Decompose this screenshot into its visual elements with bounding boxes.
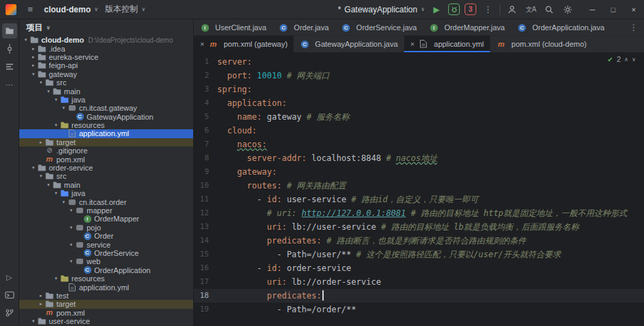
app-icon[interactable] — [5, 4, 16, 15]
editor-tab-gatewayapplication.java[interactable]: CGatewayApplication.java — [293, 36, 403, 52]
tree-item-main[interactable]: ▾main — [19, 181, 193, 189]
editor-tab-userclient.java[interactable]: IUserClient.java — [194, 19, 273, 36]
editor-tab-ordermapper.java[interactable]: IOrderMapper.java — [423, 19, 511, 36]
tree-item-orderapplication[interactable]: COrderApplication — [19, 266, 193, 274]
tree-item-.gitignore[interactable]: ⊘.gitignore — [19, 146, 193, 155]
code-line-4[interactable]: 4 application: — [194, 96, 644, 110]
tree-item-service[interactable]: ▾service — [19, 240, 193, 248]
code-line-3[interactable]: 3spring: — [194, 83, 644, 96]
tree-item-user-service[interactable]: ▾user-service — [19, 317, 193, 325]
expand-toggle-icon[interactable]: ▾ — [52, 97, 60, 102]
inspections-widget[interactable]: ✔ 2 ∧ ∨ — [608, 55, 636, 63]
code-line-8[interactable]: 8 server-addr: localhost:8848 # nacos地址 — [194, 151, 644, 165]
expand-toggle-icon[interactable]: ▸ — [37, 293, 45, 298]
tree-item-web[interactable]: ▾web — [19, 257, 193, 265]
tree-item-application.yml[interactable]: application.yml — [19, 283, 193, 291]
tree-item-cn.itcast.gateway[interactable]: ▾cn.itcast.gateway — [19, 104, 193, 112]
translate-icon[interactable]: 文A — [524, 3, 537, 17]
expand-toggle-icon[interactable]: ▾ — [60, 199, 67, 205]
code-line-18[interactable]: 18 predicates: — [194, 289, 644, 303]
tree-item-cn.itcast.order[interactable]: ▾cn.itcast.order — [19, 197, 193, 206]
run-config-selector[interactable]: * GatewayApplication ∨ — [337, 5, 425, 14]
expand-toggle-icon[interactable]: ▸ — [37, 140, 45, 145]
code-line-5[interactable]: 5 name: gateway # 服务名称 — [194, 110, 644, 124]
tree-item-gatewayapplication[interactable]: CGatewayApplication — [19, 113, 193, 121]
tree-item-target[interactable]: ▸target — [19, 138, 193, 146]
next-problem-icon[interactable]: ∨ — [632, 56, 636, 63]
code-line-13[interactable]: 13 uri: lb://user-service # 路由的目标地址 lb就是… — [194, 220, 644, 234]
editor-tab-pom.xml-cloud-demo-[interactable]: mpom.xml (cloud-demo) — [490, 36, 592, 52]
tree-item-pojo[interactable]: ▾pojo — [19, 224, 193, 232]
tree-item-cloud-demo[interactable]: ▾cloud-demoD:\IdeaProjects\cloud-demo — [19, 36, 193, 44]
code-editor[interactable]: ✔ 2 ∧ ∨ 1server:2 port: 10010 # 网关端口3spr… — [194, 52, 644, 326]
project-widget[interactable]: cloud-demo ∨ — [44, 5, 98, 14]
stop-button[interactable]: 3 — [465, 3, 476, 15]
expand-toggle-icon[interactable]: ▸ — [37, 301, 45, 307]
git-tool-icon[interactable] — [2, 305, 17, 320]
close-button[interactable]: × — [623, 0, 644, 19]
run-tool-icon[interactable]: ▷ — [2, 270, 17, 285]
expand-toggle-icon[interactable]: ▾ — [67, 259, 75, 264]
tree-item-eureka-service[interactable]: ▸eureka-service — [19, 53, 193, 61]
code-line-6[interactable]: 6 cloud: — [194, 124, 644, 138]
editor-tab-application.yml[interactable]: ×application.yml — [404, 36, 490, 52]
project-tool-window-header[interactable]: 项目 ∨ — [19, 19, 193, 36]
editor-tab-order.java[interactable]: COrder.java — [273, 19, 335, 36]
tree-item-test[interactable]: ▸test — [19, 292, 193, 300]
expand-toggle-icon[interactable]: ▾ — [30, 318, 37, 324]
expand-toggle-icon[interactable]: ▾ — [52, 191, 60, 196]
expand-toggle-icon[interactable]: ▾ — [30, 165, 37, 171]
structure-tool-icon[interactable] — [2, 59, 17, 74]
expand-toggle-icon[interactable]: ▾ — [45, 182, 52, 188]
more-actions-icon[interactable]: ⋮ — [481, 3, 495, 17]
debug-button[interactable] — [448, 3, 460, 15]
tree-item-java[interactable]: ▾java — [19, 96, 193, 104]
code-line-17[interactable]: 17 uri: lb://order-service — [194, 275, 644, 289]
expand-toggle-icon[interactable]: ▸ — [30, 54, 37, 60]
tree-item-java[interactable]: ▾java — [19, 189, 193, 197]
tree-item-pom.xml[interactable]: mpom.xml — [19, 155, 193, 163]
tree-item-feign-api[interactable]: ▸feign-api — [19, 61, 193, 69]
expand-toggle-icon[interactable]: ▾ — [37, 173, 45, 179]
tree-item-pom.xml[interactable]: mpom.xml — [19, 309, 193, 317]
code-line-11[interactable]: 11 - id: user-service # 路由id，自定义，只要唯一即可 — [194, 193, 644, 206]
tab-list-menu-icon[interactable]: ⋮ — [623, 19, 644, 36]
tree-item-resources[interactable]: ▾resources — [19, 121, 193, 129]
code-line-12[interactable]: 12 # uri: http://127.0.0.1:8081 # 路由的目标地… — [194, 206, 644, 220]
tree-item-order[interactable]: COrder — [19, 232, 193, 240]
settings-icon[interactable] — [561, 3, 575, 17]
editor-tab-pom.xml-gateway-[interactable]: ×mpom.xml (gateway) — [194, 36, 293, 52]
tree-item-.idea[interactable]: ▸.idea — [19, 44, 193, 52]
project-tool-icon[interactable] — [2, 23, 17, 39]
expand-toggle-icon[interactable]: ▾ — [37, 80, 45, 85]
close-tab-icon[interactable]: × — [410, 40, 414, 48]
code-line-1[interactable]: 1server: — [194, 55, 644, 69]
close-tab-icon[interactable]: × — [200, 40, 204, 48]
expand-toggle-icon[interactable]: ▾ — [52, 122, 60, 128]
run-button[interactable]: ▶ — [430, 3, 443, 17]
tree-item-gateway[interactable]: ▾gateway — [19, 70, 193, 78]
commit-tool-icon[interactable] — [2, 41, 17, 56]
tree-item-main[interactable]: ▾main — [19, 87, 193, 95]
editor-tab-orderservice.java[interactable]: COrderService.java — [335, 19, 423, 36]
tree-item-order-service[interactable]: ▾order-service — [19, 164, 193, 172]
expand-toggle-icon[interactable]: ▾ — [60, 105, 67, 111]
expand-toggle-icon[interactable]: ▸ — [30, 46, 37, 52]
expand-toggle-icon[interactable]: ▾ — [67, 242, 75, 248]
tree-item-resources[interactable]: ▾resources — [19, 274, 193, 283]
main-menu-icon[interactable]: ≡ — [23, 3, 37, 17]
minimize-button[interactable]: ─ — [582, 0, 603, 19]
expand-toggle-icon[interactable]: ▾ — [52, 276, 60, 281]
code-line-9[interactable]: 9 gateway: — [194, 165, 644, 179]
expand-toggle-icon[interactable]: ▾ — [67, 225, 75, 230]
expand-toggle-icon[interactable]: ▾ — [67, 208, 75, 213]
code-line-19[interactable]: 19 - Path=/order/** — [194, 303, 644, 316]
maximize-button[interactable]: □ — [603, 0, 623, 19]
tree-item-src[interactable]: ▾src — [19, 78, 193, 87]
vcs-widget[interactable]: 版本控制 ∨ — [105, 3, 146, 15]
expand-toggle-icon[interactable]: ▸ — [30, 63, 37, 68]
editor-tab-orderapplication.java[interactable]: COrderApplication.java — [511, 19, 610, 36]
terminal-tool-icon[interactable] — [2, 287, 17, 303]
user-icon[interactable] — [505, 3, 519, 17]
tree-item-ordermapper[interactable]: IOrderMapper — [19, 215, 193, 223]
